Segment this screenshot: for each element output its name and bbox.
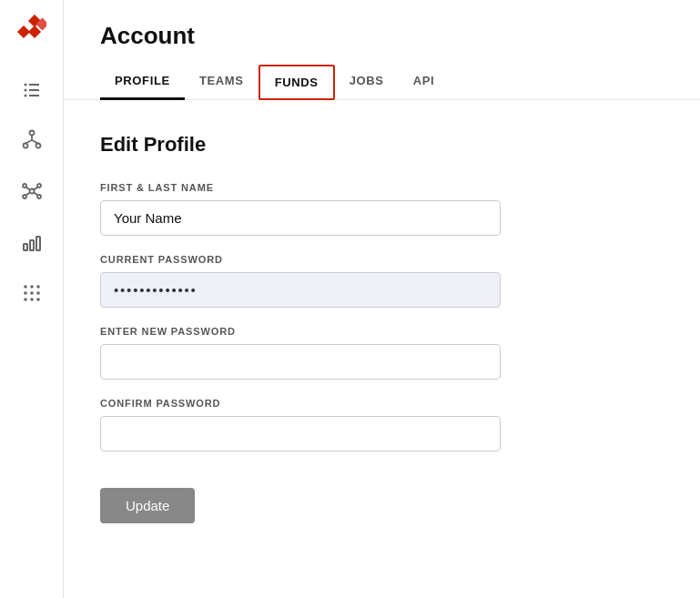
- tab-jobs[interactable]: JOBS: [335, 65, 399, 100]
- chart-icon[interactable]: [19, 229, 45, 255]
- svg-line-15: [32, 140, 38, 144]
- svg-point-20: [37, 195, 41, 198]
- svg-point-18: [37, 184, 41, 188]
- new-password-input[interactable]: [100, 344, 501, 380]
- svg-point-35: [30, 298, 34, 301]
- svg-line-24: [34, 193, 37, 196]
- svg-rect-26: [30, 240, 34, 250]
- page-header: Account PROFILE TEAMS FUNDS JOBS API: [64, 0, 700, 100]
- svg-point-6: [24, 89, 26, 92]
- nodes-icon[interactable]: [19, 178, 45, 204]
- svg-point-8: [24, 95, 26, 97]
- svg-line-22: [34, 188, 37, 190]
- svg-point-10: [29, 131, 34, 136]
- svg-point-36: [36, 298, 40, 301]
- svg-point-19: [23, 195, 26, 198]
- name-input[interactable]: [100, 200, 501, 236]
- svg-line-23: [25, 193, 29, 196]
- svg-point-30: [36, 285, 40, 289]
- svg-point-32: [30, 291, 34, 295]
- update-button[interactable]: Update: [100, 488, 195, 523]
- section-title: Edit Profile: [100, 133, 664, 157]
- svg-point-17: [23, 184, 26, 188]
- name-label: FIRST & LAST NAME: [100, 182, 664, 193]
- page-title: Account: [100, 22, 664, 50]
- confirm-password-field-group: CONFIRM PASSWORD: [100, 398, 664, 451]
- svg-point-11: [23, 144, 27, 148]
- hierarchy-icon[interactable]: [19, 127, 45, 153]
- svg-point-12: [36, 144, 40, 148]
- svg-point-34: [24, 298, 27, 301]
- confirm-password-label: CONFIRM PASSWORD: [100, 398, 664, 409]
- new-password-field-group: ENTER NEW PASSWORD: [100, 326, 664, 380]
- main-content: Account PROFILE TEAMS FUNDS JOBS API Edi…: [64, 0, 700, 598]
- tab-nav: PROFILE TEAMS FUNDS JOBS API: [100, 65, 664, 99]
- current-password-input[interactable]: [100, 272, 501, 308]
- name-field-group: FIRST & LAST NAME: [100, 182, 664, 236]
- svg-rect-27: [36, 237, 40, 250]
- confirm-password-input[interactable]: [100, 416, 501, 451]
- svg-point-4: [24, 84, 26, 86]
- svg-rect-25: [24, 244, 27, 250]
- tab-teams[interactable]: TEAMS: [185, 65, 259, 100]
- content-area: Edit Profile FIRST & LAST NAME CURRENT P…: [64, 100, 700, 556]
- svg-line-14: [25, 140, 32, 144]
- app-logo[interactable]: [17, 15, 46, 44]
- svg-point-28: [24, 285, 27, 289]
- current-password-field-group: CURRENT PASSWORD: [100, 254, 664, 308]
- svg-point-29: [30, 285, 34, 289]
- svg-point-16: [29, 189, 34, 194]
- svg-point-31: [24, 291, 27, 295]
- tab-funds[interactable]: FUNDS: [259, 65, 335, 100]
- svg-point-33: [36, 291, 40, 295]
- svg-line-21: [25, 188, 29, 190]
- sidebar: [0, 0, 64, 598]
- current-password-label: CURRENT PASSWORD: [100, 254, 664, 265]
- list-icon[interactable]: [19, 76, 45, 102]
- grid-icon[interactable]: [19, 280, 45, 306]
- new-password-label: ENTER NEW PASSWORD: [100, 326, 664, 337]
- tab-profile[interactable]: PROFILE: [100, 65, 185, 100]
- tab-api[interactable]: API: [399, 65, 450, 100]
